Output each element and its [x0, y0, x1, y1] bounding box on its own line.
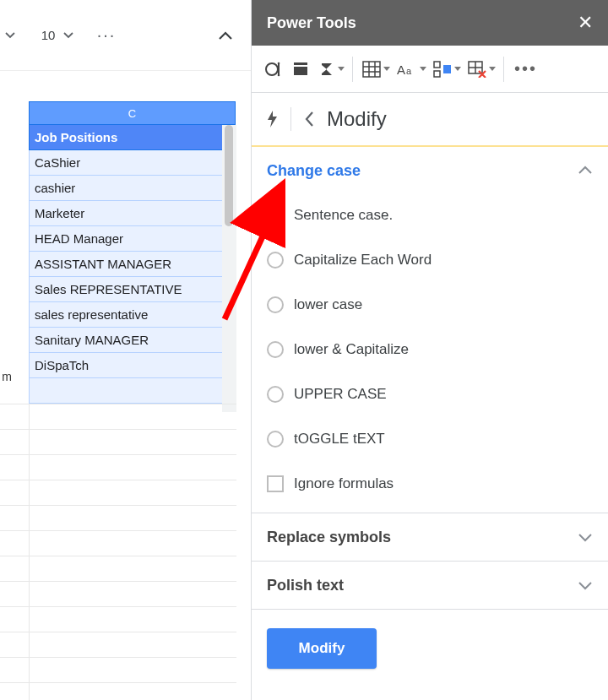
radio-icon	[267, 252, 284, 269]
section-title: Polish text	[267, 577, 344, 594]
section-title: Replace symbols	[267, 529, 391, 546]
toolbar-separator	[352, 57, 353, 82]
radio-icon	[267, 207, 284, 224]
sidebar-title: Power Tools	[267, 14, 578, 32]
chevron-up-icon	[578, 166, 593, 176]
column-header-c[interactable]: C	[29, 101, 236, 125]
split-tool-icon[interactable]	[429, 55, 464, 84]
radio-sentence-case[interactable]: Sentence case.	[267, 207, 593, 224]
run-modify-button[interactable]: Modify	[267, 628, 377, 669]
radio-toggle-text[interactable]: tOGGLE tEXT	[267, 431, 593, 448]
table-row[interactable]: HEAD Manager	[29, 226, 236, 252]
svg-rect-14	[434, 71, 440, 77]
sheets-toolbar: 10 ···	[0, 0, 251, 71]
spreadsheet-area: m C Job Positions CaShier cashier Market…	[0, 101, 251, 700]
checkbox-icon	[267, 475, 284, 492]
table-row[interactable]: sales representative	[29, 302, 236, 328]
svg-text:A: A	[397, 62, 405, 77]
svg-rect-1	[278, 63, 280, 75]
section-change-case: Change case Sentence case. Capitalize Ea…	[252, 147, 608, 513]
radio-label: lower & Capitalize	[294, 341, 409, 358]
svg-rect-13	[434, 62, 440, 68]
section-header-polish-text[interactable]: Polish text	[252, 562, 608, 609]
toolbar-more-icon[interactable]: ···	[95, 23, 118, 48]
svg-point-0	[266, 63, 278, 75]
remove-tool-icon[interactable]	[287, 55, 314, 84]
radio-label: Capitalize Each Word	[294, 252, 432, 269]
table-row[interactable]: ASSISTANT MANAGER	[29, 252, 236, 277]
svg-text:a: a	[406, 66, 412, 76]
chevron-down-icon	[578, 532, 593, 542]
scroll-thumb[interactable]	[225, 125, 233, 226]
page-title: Modify	[327, 107, 387, 131]
svg-rect-6	[363, 62, 380, 77]
chevron-down-icon	[338, 67, 345, 71]
font-family-dropdown[interactable]	[0, 23, 20, 48]
section-header-replace-symbols[interactable]: Replace symbols	[252, 513, 608, 561]
section-polish-text: Polish text	[252, 562, 608, 610]
table-row[interactable]: Sales REPRESENTATIVE	[29, 277, 236, 302]
chevron-down-icon	[578, 580, 593, 590]
sidebar-header: Power Tools ✕	[252, 0, 608, 46]
chevron-down-icon	[454, 67, 461, 71]
radio-label: UPPER CASE	[294, 386, 387, 403]
svg-rect-5	[294, 62, 307, 65]
checkbox-ignore-formulas[interactable]: Ignore formulas	[267, 475, 593, 492]
toolbar-more-icon[interactable]: •••	[509, 55, 542, 84]
radio-icon	[267, 431, 284, 448]
table-row-empty[interactable]	[29, 378, 236, 404]
close-icon[interactable]: ✕	[578, 12, 593, 34]
radio-label: lower case	[294, 296, 362, 313]
radio-label: Sentence case.	[294, 207, 393, 224]
sigma-tool-icon[interactable]	[314, 55, 347, 84]
radio-label: tOGGLE tEXT	[294, 431, 385, 448]
svg-point-3	[278, 73, 280, 76]
section-header-change-case[interactable]: Change case	[252, 147, 608, 194]
chevron-down-icon	[489, 67, 496, 71]
svg-point-2	[278, 62, 280, 64]
back-button[interactable]	[303, 111, 315, 128]
table-tool-icon[interactable]	[358, 55, 393, 84]
grid-empty-rows	[0, 404, 236, 700]
text-tool-icon[interactable]: Aa	[393, 55, 429, 84]
radio-lower-case[interactable]: lower case	[267, 296, 593, 313]
bolt-icon[interactable]	[265, 109, 279, 129]
radio-capitalize-each-word[interactable]: Capitalize Each Word	[267, 252, 593, 269]
column-cells: Job Positions CaShier cashier Marketer H…	[29, 125, 236, 404]
breadcrumb: Modify	[252, 93, 608, 147]
section-title: Change case	[267, 162, 361, 180]
clear-tool-icon[interactable]	[464, 55, 498, 84]
table-header-cell[interactable]: Job Positions	[29, 125, 236, 150]
table-row[interactable]: CaShier	[29, 150, 236, 176]
collapse-toolbar-button[interactable]	[210, 20, 241, 51]
radio-icon	[267, 296, 284, 313]
radio-lower-and-capitalize[interactable]: lower & Capitalize	[267, 341, 593, 358]
table-row[interactable]: Sanitary MANAGER	[29, 328, 236, 353]
selection-scroll-indicator	[222, 125, 236, 412]
more-label: ···	[97, 25, 117, 45]
font-size-dropdown[interactable]: 10	[24, 23, 91, 48]
table-row[interactable]: cashier	[29, 176, 236, 201]
chevron-down-icon	[420, 67, 426, 71]
chevron-down-icon	[383, 67, 390, 71]
section-replace-symbols: Replace symbols	[252, 513, 608, 562]
nav-separator	[290, 107, 291, 131]
svg-rect-15	[443, 65, 451, 73]
table-row[interactable]: Marketer	[29, 201, 236, 226]
radio-icon	[267, 386, 284, 403]
radio-icon	[267, 341, 284, 358]
power-tools-toolbar: Aa •••	[252, 46, 608, 93]
column-divider	[29, 404, 30, 700]
font-size-value: 10	[41, 28, 56, 42]
power-tools-sidebar: Power Tools ✕ Aa	[251, 0, 608, 700]
toolbar-separator	[503, 57, 504, 82]
dedupe-tool-icon[interactable]	[260, 55, 287, 84]
section-body: Sentence case. Capitalize Each Word lowe…	[252, 194, 608, 513]
checkbox-label: Ignore formulas	[294, 475, 394, 492]
col-b-clipped-cell[interactable]: m	[0, 368, 12, 385]
table-row[interactable]: DiSpaTch	[29, 353, 236, 378]
radio-upper-case[interactable]: UPPER CASE	[267, 386, 593, 403]
svg-rect-4	[294, 67, 307, 75]
